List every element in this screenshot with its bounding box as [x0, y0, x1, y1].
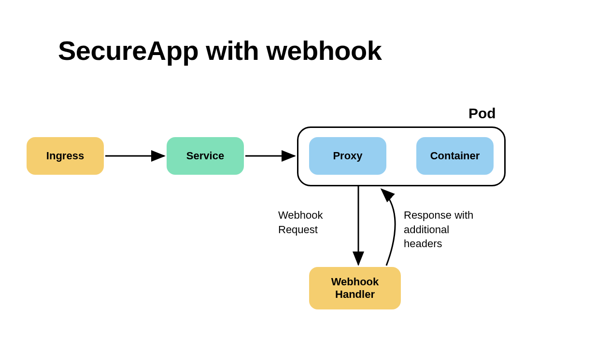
edge-label-webhook-request: WebhookRequest	[278, 208, 323, 237]
diagram-title: SecureApp with webhook	[58, 35, 382, 66]
edge-label-response: Response withadditionalheaders	[404, 208, 473, 251]
node-ingress: Ingress	[27, 137, 104, 175]
node-service: Service	[167, 137, 244, 175]
arrow-webhook-proxy	[382, 189, 395, 266]
node-proxy: Proxy	[309, 137, 386, 175]
node-container: Container	[416, 137, 494, 175]
pod-label: Pod	[468, 105, 496, 122]
node-webhook-handler: WebhookHandler	[309, 267, 401, 309]
